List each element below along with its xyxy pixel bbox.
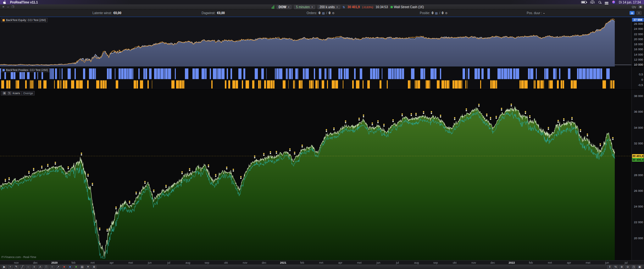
position-list-icon[interactable]: ▤ xyxy=(435,12,438,15)
search-icon[interactable] xyxy=(598,1,601,4)
timeline-month-label: jul xyxy=(167,261,170,264)
fullscreen-icon[interactable]: ◳ xyxy=(631,265,636,269)
timeline-month-label: jul xyxy=(396,261,399,264)
instrument-selector[interactable]: DOW▼ xyxy=(277,5,291,9)
chart-settings-icon[interactable]: ▤ xyxy=(80,265,85,269)
price-axis-label: 36 000 xyxy=(634,110,643,113)
zoom-tools-group: ⇕%⊕⊖◳▣ xyxy=(607,265,642,269)
transfer-arrows-icon[interactable]: ⇅ xyxy=(343,6,345,9)
close-window-icon[interactable]: ✕ xyxy=(2,5,5,8)
red-swatch-icon[interactable]: ■ xyxy=(62,265,67,269)
horizontal-line-tool-icon[interactable]: ─ xyxy=(26,265,31,269)
rectangle-tool-icon[interactable]: □ xyxy=(44,265,49,269)
battery-icon[interactable] xyxy=(581,1,586,4)
panel-list-icon[interactable]: ≡ xyxy=(636,11,641,15)
crosshair-tool-icon[interactable]: + xyxy=(8,265,13,269)
equity-series-swatch-icon xyxy=(3,19,5,21)
order-list-icon[interactable]: ▤ xyxy=(322,12,325,15)
fibonacci-tool-icon[interactable]: ≡ xyxy=(32,265,37,269)
price-axis-label: 20 000 xyxy=(634,237,643,240)
timeline-year-label: 2021 xyxy=(280,261,286,264)
control-center-icon[interactable] xyxy=(605,0,608,4)
last-price-badge: 30 401,9 xyxy=(632,154,644,158)
zoom-out-icon[interactable]: ⊖ xyxy=(625,265,630,269)
gear-icon[interactable]: ⚙ xyxy=(445,12,447,15)
drawing-tools-group: ▶+✎╱─≡A□○↗■■■▤✕⊕ xyxy=(2,265,97,269)
green-swatch-icon[interactable]: ■ xyxy=(74,265,79,269)
text-tool-icon[interactable]: A xyxy=(38,265,43,269)
timeline-month-label: nov xyxy=(471,261,476,264)
positions-axis-label: 0 xyxy=(641,78,643,81)
timeframe-selector[interactable]: 5 minuten▼ xyxy=(294,5,315,9)
timeline-month-label: aug xyxy=(186,261,190,264)
market-name[interactable]: Wall Street Cash (1€) xyxy=(391,5,424,9)
latent-profit-stat: Latente winst: €0,00 xyxy=(92,11,121,15)
minimize-window-icon[interactable]: ─ xyxy=(7,5,9,8)
price-axis-label: 38 000 xyxy=(634,94,643,98)
layout-grid-icon[interactable]: ▦ xyxy=(638,5,643,8)
app-title[interactable]: ProRealTime v11.1 xyxy=(10,1,38,4)
updown-icon[interactable]: ⇕ xyxy=(607,265,612,269)
timeline-month-label: okt xyxy=(224,261,228,264)
apple-menu-icon[interactable] xyxy=(3,0,6,4)
legend-panel-icon[interactable]: ▤ xyxy=(3,92,6,95)
positions-chart-canvas[interactable] xyxy=(0,67,631,90)
trendline-tool-icon[interactable]: ╱ xyxy=(20,265,25,269)
price-axis-gutter[interactable]: 27 556 30 401,9 30 406,0 26 00024 00022 … xyxy=(631,17,644,260)
timeline-month-label: nov xyxy=(243,261,247,264)
day-profit-value: €0,00 xyxy=(217,11,225,15)
chart-style-icon[interactable] xyxy=(272,5,274,9)
siri-icon[interactable] xyxy=(612,1,615,4)
arrow-tool-icon[interactable]: ↗ xyxy=(56,265,61,269)
equity-panel-title[interactable]: BackTest Equity: CCI Test (250) xyxy=(1,18,47,22)
timeline-month-label: mrt xyxy=(91,261,95,264)
timeline-month-label: jul xyxy=(625,261,628,264)
price-axis-label: 26 000 xyxy=(634,189,643,192)
instrument-label: DOW xyxy=(279,5,286,9)
orders-stat: Orders: 0 ▤ / 0 ⚙ xyxy=(307,11,335,15)
delete-tool-icon[interactable]: ✕ xyxy=(86,265,91,269)
equity-chart-canvas[interactable] xyxy=(0,17,631,67)
timeline-month-label: feb xyxy=(300,261,304,264)
panel-divider xyxy=(0,89,644,90)
positions-panel-title-label: BackTest Posities: CCI Test (250) xyxy=(6,68,48,72)
ellipse-tool-icon[interactable]: ○ xyxy=(50,265,55,269)
session-time: 16:34:53 xyxy=(376,5,388,9)
orders-panel-icon[interactable]: ▤ xyxy=(630,11,635,15)
main-toolbar: ✕ ─ ❐ DOW▼ 5 minuten▼ 200 k units▼ ⇅ 30 … xyxy=(0,4,644,10)
position-duration-label: Pos. duur : xyxy=(527,11,542,15)
chevron-down-icon: ▼ xyxy=(311,6,313,8)
positions-axis-label: -0,5 xyxy=(638,83,643,87)
percent-icon[interactable]: % xyxy=(613,265,618,269)
wifi-icon[interactable] xyxy=(590,0,595,4)
position-separator: / xyxy=(439,11,440,15)
price-chart-canvas[interactable] xyxy=(0,90,631,260)
legend-edit-icon[interactable]: ✎ xyxy=(8,92,11,95)
blue-swatch-icon[interactable]: ■ xyxy=(68,265,73,269)
window-controls: ✕ ─ ❐ xyxy=(2,5,14,8)
add-tool-icon[interactable]: ⊕ xyxy=(92,265,97,269)
zoom-in-icon[interactable]: ⊕ xyxy=(619,265,624,269)
timeline-month-label: jun xyxy=(605,261,609,264)
price-axis-label: 22 000 xyxy=(634,221,643,224)
price-panel-legend[interactable]: ▤ ✎ Koers | Overige xyxy=(1,91,35,95)
market-open-icon xyxy=(391,6,393,8)
menu-clock[interactable]: Di 14 jun. 17:34 xyxy=(619,1,641,4)
pointer-tool-icon[interactable]: ▶ xyxy=(2,265,7,269)
day-profit-label: Dagwinst: xyxy=(202,11,215,15)
price-change: (-0,63%) xyxy=(362,6,373,9)
equity-value-badge: 27 556 xyxy=(632,18,644,22)
time-axis[interactable]: novdec2020febmrtaprmeijunjulaugsepoktnov… xyxy=(0,260,644,265)
timeline-year-label: 2020 xyxy=(51,261,58,264)
positions-panel-title[interactable]: BackTest Posities: CCI Test (250) xyxy=(1,68,49,72)
pencil-tool-icon[interactable]: ✎ xyxy=(14,265,19,269)
auto-position-count: 0 xyxy=(442,11,444,15)
watermark: IT-Finance.com - Real-Time xyxy=(1,256,36,259)
timeline-month-label: sep xyxy=(205,261,209,264)
gear-icon[interactable]: ⚙ xyxy=(332,12,335,15)
timeline-month-label: mei xyxy=(586,261,591,264)
maximize-window-icon[interactable]: ❐ xyxy=(12,5,14,8)
timeline-month-label: mei xyxy=(128,261,133,264)
units-selector[interactable]: 200 k units▼ xyxy=(318,5,340,9)
snapshot-icon[interactable]: ▣ xyxy=(637,265,642,269)
